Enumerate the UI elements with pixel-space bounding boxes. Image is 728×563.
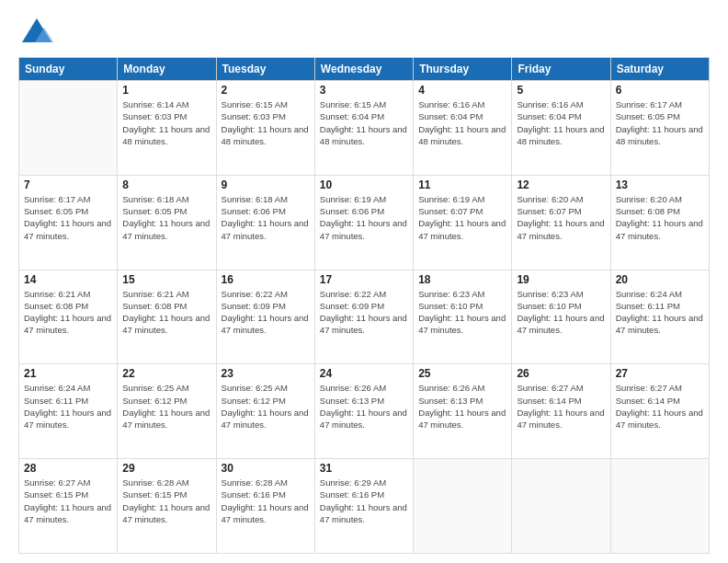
calendar-cell: 22Sunrise: 6:25 AMSunset: 6:12 PMDayligh…	[118, 364, 216, 459]
day-number: 14	[24, 273, 112, 286]
logo-icon	[18, 15, 51, 48]
day-number: 22	[122, 367, 210, 380]
calendar-cell: 4Sunrise: 6:16 AMSunset: 6:04 PMDaylight…	[414, 81, 512, 176]
day-number: 17	[320, 273, 408, 286]
day-number: 23	[222, 367, 310, 380]
calendar-cell: 1Sunrise: 6:14 AMSunset: 6:03 PMDaylight…	[118, 81, 216, 176]
calendar-cell: 21Sunrise: 6:24 AMSunset: 6:11 PMDayligh…	[19, 364, 118, 459]
day-number: 18	[418, 273, 506, 286]
day-info: Sunrise: 6:27 AMSunset: 6:14 PMDaylight:…	[517, 382, 605, 431]
calendar-cell: 17Sunrise: 6:22 AMSunset: 6:09 PMDayligh…	[314, 270, 413, 364]
day-info: Sunrise: 6:17 AMSunset: 6:05 PMDaylight:…	[24, 193, 112, 242]
calendar-cell: 31Sunrise: 6:29 AMSunset: 6:16 PMDayligh…	[314, 459, 413, 554]
day-info: Sunrise: 6:16 AMSunset: 6:04 PMDaylight:…	[418, 98, 506, 147]
calendar-cell: 12Sunrise: 6:20 AMSunset: 6:07 PMDayligh…	[512, 175, 610, 270]
day-header-sunday: Sunday	[19, 58, 118, 81]
calendar-cell: 26Sunrise: 6:27 AMSunset: 6:14 PMDayligh…	[512, 364, 610, 459]
day-number: 10	[320, 178, 408, 191]
day-info: Sunrise: 6:19 AMSunset: 6:07 PMDaylight:…	[418, 193, 506, 242]
day-number: 27	[616, 367, 704, 380]
day-number: 21	[24, 367, 112, 380]
day-header-monday: Monday	[118, 58, 216, 81]
day-number: 9	[222, 178, 310, 191]
header	[18, 15, 710, 48]
calendar-cell: 25Sunrise: 6:26 AMSunset: 6:13 PMDayligh…	[414, 364, 512, 459]
day-number: 6	[616, 84, 704, 97]
calendar-cell	[512, 459, 610, 554]
day-number: 7	[24, 178, 112, 191]
day-header-wednesday: Wednesday	[314, 58, 413, 81]
calendar-cell: 29Sunrise: 6:28 AMSunset: 6:15 PMDayligh…	[118, 459, 216, 554]
day-info: Sunrise: 6:18 AMSunset: 6:06 PMDaylight:…	[222, 193, 310, 242]
calendar-cell: 19Sunrise: 6:23 AMSunset: 6:10 PMDayligh…	[512, 270, 610, 364]
day-info: Sunrise: 6:23 AMSunset: 6:10 PMDaylight:…	[418, 288, 506, 337]
calendar-cell: 18Sunrise: 6:23 AMSunset: 6:10 PMDayligh…	[414, 270, 512, 364]
day-number: 4	[418, 84, 506, 97]
day-number: 12	[517, 178, 605, 191]
day-info: Sunrise: 6:26 AMSunset: 6:13 PMDaylight:…	[418, 382, 506, 431]
calendar-cell: 30Sunrise: 6:28 AMSunset: 6:16 PMDayligh…	[216, 459, 314, 554]
day-info: Sunrise: 6:24 AMSunset: 6:11 PMDaylight:…	[616, 288, 704, 337]
calendar-cell: 24Sunrise: 6:26 AMSunset: 6:13 PMDayligh…	[314, 364, 413, 459]
day-info: Sunrise: 6:26 AMSunset: 6:13 PMDaylight:…	[320, 382, 408, 431]
calendar-cell	[610, 459, 709, 554]
day-info: Sunrise: 6:17 AMSunset: 6:05 PMDaylight:…	[616, 98, 704, 147]
calendar-week-1: 7Sunrise: 6:17 AMSunset: 6:05 PMDaylight…	[19, 175, 710, 270]
day-header-friday: Friday	[512, 58, 610, 81]
day-number: 15	[122, 273, 210, 286]
day-number: 20	[616, 273, 704, 286]
day-info: Sunrise: 6:20 AMSunset: 6:08 PMDaylight:…	[616, 193, 704, 242]
day-number: 31	[320, 462, 408, 475]
calendar-header-row: SundayMondayTuesdayWednesdayThursdayFrid…	[19, 58, 710, 81]
calendar-week-4: 28Sunrise: 6:27 AMSunset: 6:15 PMDayligh…	[19, 459, 710, 554]
calendar-week-0: 1Sunrise: 6:14 AMSunset: 6:03 PMDaylight…	[19, 81, 710, 176]
page: SundayMondayTuesdayWednesdayThursdayFrid…	[0, 0, 728, 563]
day-info: Sunrise: 6:27 AMSunset: 6:15 PMDaylight:…	[24, 477, 112, 525]
calendar-cell: 8Sunrise: 6:18 AMSunset: 6:05 PMDaylight…	[118, 175, 216, 270]
calendar-cell: 23Sunrise: 6:25 AMSunset: 6:12 PMDayligh…	[216, 364, 314, 459]
day-info: Sunrise: 6:25 AMSunset: 6:12 PMDaylight:…	[122, 382, 210, 431]
calendar-cell: 13Sunrise: 6:20 AMSunset: 6:08 PMDayligh…	[610, 175, 709, 270]
day-header-saturday: Saturday	[610, 58, 709, 81]
calendar-cell: 6Sunrise: 6:17 AMSunset: 6:05 PMDaylight…	[610, 81, 709, 176]
calendar-cell: 11Sunrise: 6:19 AMSunset: 6:07 PMDayligh…	[414, 175, 512, 270]
day-info: Sunrise: 6:27 AMSunset: 6:14 PMDaylight:…	[616, 382, 704, 431]
day-info: Sunrise: 6:22 AMSunset: 6:09 PMDaylight:…	[320, 288, 408, 337]
day-number: 13	[616, 178, 704, 191]
day-number: 8	[122, 178, 210, 191]
day-number: 16	[222, 273, 310, 286]
calendar-cell: 28Sunrise: 6:27 AMSunset: 6:15 PMDayligh…	[19, 459, 118, 554]
day-number: 24	[320, 367, 408, 380]
day-info: Sunrise: 6:15 AMSunset: 6:03 PMDaylight:…	[222, 98, 310, 147]
day-number: 3	[320, 84, 408, 97]
calendar-cell: 20Sunrise: 6:24 AMSunset: 6:11 PMDayligh…	[610, 270, 709, 364]
day-info: Sunrise: 6:15 AMSunset: 6:04 PMDaylight:…	[320, 98, 408, 147]
day-number: 2	[222, 84, 310, 97]
day-info: Sunrise: 6:22 AMSunset: 6:09 PMDaylight:…	[222, 288, 310, 337]
calendar-cell: 2Sunrise: 6:15 AMSunset: 6:03 PMDaylight…	[216, 81, 314, 176]
day-number: 1	[122, 84, 210, 97]
calendar-week-3: 21Sunrise: 6:24 AMSunset: 6:11 PMDayligh…	[19, 364, 710, 459]
day-info: Sunrise: 6:16 AMSunset: 6:04 PMDaylight:…	[517, 98, 605, 147]
day-info: Sunrise: 6:18 AMSunset: 6:05 PMDaylight:…	[122, 193, 210, 242]
calendar-week-2: 14Sunrise: 6:21 AMSunset: 6:08 PMDayligh…	[19, 270, 710, 364]
calendar-cell: 9Sunrise: 6:18 AMSunset: 6:06 PMDaylight…	[216, 175, 314, 270]
day-number: 25	[418, 367, 506, 380]
calendar-cell	[19, 81, 118, 176]
day-info: Sunrise: 6:25 AMSunset: 6:12 PMDaylight:…	[222, 382, 310, 431]
calendar-cell: 5Sunrise: 6:16 AMSunset: 6:04 PMDaylight…	[512, 81, 610, 176]
day-info: Sunrise: 6:29 AMSunset: 6:16 PMDaylight:…	[320, 477, 408, 525]
day-number: 11	[418, 178, 506, 191]
day-number: 5	[517, 84, 605, 97]
calendar-cell: 16Sunrise: 6:22 AMSunset: 6:09 PMDayligh…	[216, 270, 314, 364]
day-header-thursday: Thursday	[414, 58, 512, 81]
day-number: 19	[517, 273, 605, 286]
day-info: Sunrise: 6:14 AMSunset: 6:03 PMDaylight:…	[122, 98, 210, 147]
calendar-cell: 3Sunrise: 6:15 AMSunset: 6:04 PMDaylight…	[314, 81, 413, 176]
day-number: 29	[122, 462, 210, 475]
calendar-cell: 27Sunrise: 6:27 AMSunset: 6:14 PMDayligh…	[610, 364, 709, 459]
day-info: Sunrise: 6:24 AMSunset: 6:11 PMDaylight:…	[24, 382, 112, 431]
day-number: 28	[24, 462, 112, 475]
day-info: Sunrise: 6:21 AMSunset: 6:08 PMDaylight:…	[24, 288, 112, 337]
logo	[18, 15, 55, 48]
